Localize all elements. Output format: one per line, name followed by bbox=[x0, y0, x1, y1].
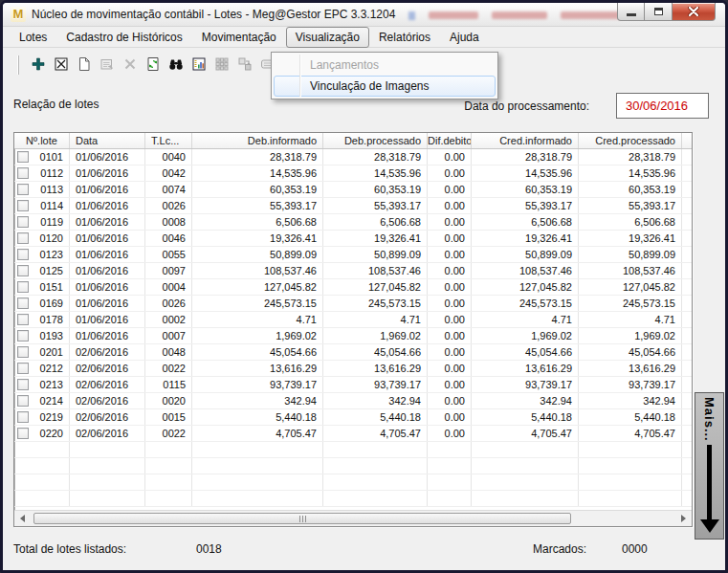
table-row[interactable]: 021302/06/2016011593,739.1793,739.170.00… bbox=[14, 377, 692, 393]
table-cell: 0002 bbox=[145, 312, 192, 327]
table-row[interactable]: 019301/06/201600071,969.021,969.020.001,… bbox=[14, 328, 692, 344]
table-cell: 60,353.19 bbox=[323, 182, 428, 197]
table-row[interactable]: 015101/06/20160004127,045.82127,045.820.… bbox=[14, 279, 692, 296]
total-label: Total de lotes listados: bbox=[13, 542, 126, 556]
restore-button[interactable] bbox=[645, 3, 673, 21]
table-row[interactable]: 021402/06/20160020342.94342.940.00342.94… bbox=[14, 393, 692, 409]
row-checkbox[interactable] bbox=[17, 249, 29, 260]
table-cell: 28,318.79 bbox=[472, 149, 579, 165]
refresh-icon[interactable] bbox=[144, 55, 161, 72]
table-cell: 14,535.96 bbox=[579, 165, 682, 181]
row-checkbox[interactable] bbox=[17, 363, 29, 374]
column-header[interactable]: Dif.debito bbox=[428, 133, 472, 148]
row-checkbox[interactable] bbox=[17, 151, 29, 163]
table-row[interactable]: 012501/06/20160097108,537.46108,537.460.… bbox=[14, 263, 692, 279]
new-document-icon[interactable] bbox=[76, 55, 92, 72]
row-checkbox[interactable] bbox=[17, 379, 29, 390]
minimize-button[interactable] bbox=[617, 3, 645, 21]
table-cell bbox=[323, 474, 428, 490]
table-row[interactable]: 011201/06/2016004214,535.9614,535.960.00… bbox=[14, 165, 692, 182]
table-cell: 0.00 bbox=[428, 344, 472, 360]
row-checkbox[interactable] bbox=[17, 346, 29, 358]
close-batch-icon[interactable] bbox=[53, 55, 69, 72]
table-row[interactable]: 011401/06/2016002655,393.1755,393.170.00… bbox=[14, 198, 692, 214]
column-header[interactable]: Deb.informado bbox=[192, 133, 323, 148]
table-cell: 01/06/2016 bbox=[70, 328, 145, 343]
table-cell-filler bbox=[682, 377, 692, 392]
scroll-left-icon[interactable] bbox=[14, 511, 31, 526]
table-row[interactable]: 016901/06/20160026245,573.15245,573.150.… bbox=[14, 296, 692, 312]
row-checkbox[interactable] bbox=[17, 314, 29, 325]
column-header[interactable]: Data bbox=[70, 133, 145, 148]
row-checkbox[interactable] bbox=[17, 200, 29, 211]
table-cell bbox=[472, 491, 579, 506]
table-row[interactable]: 011301/06/2016007460,353.1960,353.190.00… bbox=[14, 182, 692, 198]
row-checkbox[interactable] bbox=[17, 411, 29, 423]
scroll-right-icon[interactable] bbox=[675, 511, 692, 526]
table-cell bbox=[14, 491, 70, 506]
menubar-item-relatorios[interactable]: Relatórios bbox=[369, 27, 440, 48]
table-cell: 0.00 bbox=[428, 361, 472, 376]
row-checkbox[interactable] bbox=[17, 330, 29, 342]
table-row[interactable]: 012001/06/2016004619,326.4119,326.410.00… bbox=[14, 231, 692, 247]
close-button[interactable] bbox=[673, 3, 716, 21]
column-header[interactable]: Cred.informado bbox=[472, 133, 579, 148]
table-cell: 342.94 bbox=[472, 393, 579, 408]
table-cell: 0048 bbox=[145, 344, 192, 360]
table-cell: 01/06/2016 bbox=[70, 149, 145, 165]
table-cell: 93,739.17 bbox=[192, 377, 323, 392]
row-checkbox[interactable] bbox=[17, 298, 29, 309]
menubar-item-cadastro-de-historicos[interactable]: Cadastro de Históricos bbox=[56, 27, 191, 48]
table-cell: 13,616.29 bbox=[323, 361, 428, 376]
table-cell: 0.00 bbox=[428, 247, 472, 262]
row-checkbox[interactable] bbox=[17, 281, 29, 293]
row-checkbox[interactable] bbox=[17, 428, 29, 439]
row-checkbox[interactable] bbox=[17, 167, 29, 179]
table-row[interactable]: 021902/06/201600155,440.185,440.180.005,… bbox=[14, 409, 692, 426]
table-cell: 1,969.02 bbox=[192, 328, 323, 343]
table-cell: 108,537.46 bbox=[323, 263, 428, 278]
row-checkbox[interactable] bbox=[17, 216, 29, 228]
table-row[interactable]: 010101/06/2016004028,318.7928,318.790.00… bbox=[14, 149, 692, 165]
column-header[interactable]: Cred.processado bbox=[579, 133, 682, 148]
menubar-item-lotes[interactable]: Lotes bbox=[10, 27, 56, 48]
table-cell: 0022 bbox=[145, 361, 192, 376]
column-header[interactable]: T.Lc... bbox=[145, 133, 192, 148]
row-checkbox[interactable] bbox=[17, 232, 29, 244]
table-cell: 14,535.96 bbox=[323, 165, 428, 181]
table-cell: 5,440.18 bbox=[323, 409, 428, 425]
table-cell: 0214 bbox=[14, 393, 70, 408]
table-cell: 6,506.68 bbox=[323, 214, 428, 230]
column-header[interactable]: Nº.lote bbox=[14, 133, 70, 148]
row-checkbox[interactable] bbox=[17, 395, 29, 407]
table-row[interactable]: 012301/06/2016005550,899.0950,899.090.00… bbox=[14, 247, 692, 263]
table-row[interactable]: 017801/06/201600024.714.710.004.714.71 bbox=[14, 312, 692, 328]
mais-button[interactable]: Mais... bbox=[695, 392, 724, 540]
report-icon[interactable] bbox=[190, 55, 207, 72]
transfer-icon bbox=[236, 55, 253, 72]
menu-item-vinculacao-de-imagens[interactable]: Vinculação de Imagens bbox=[274, 76, 496, 97]
horizontal-scrollbar[interactable] bbox=[14, 510, 692, 526]
table-row[interactable]: 020102/06/2016004845,054.6645,054.660.00… bbox=[14, 344, 692, 361]
table-cell: 5,440.18 bbox=[472, 409, 579, 425]
add-icon[interactable] bbox=[30, 55, 46, 72]
table-cell: 50,899.09 bbox=[472, 247, 579, 262]
table-row[interactable]: 022002/06/201600224,705.474,705.470.004,… bbox=[14, 426, 692, 442]
table-cell: 4,705.47 bbox=[472, 426, 579, 441]
table-row[interactable]: 021202/06/2016002213,616.2913,616.290.00… bbox=[14, 361, 692, 377]
menubar-item-ajuda[interactable]: Ajuda bbox=[440, 27, 489, 48]
redacted-watermark bbox=[408, 10, 624, 21]
app-window: M Núcleo de movimentação contábil - Lote… bbox=[0, 0, 728, 573]
table-cell bbox=[472, 458, 579, 474]
column-header[interactable]: Deb.processado bbox=[323, 133, 428, 148]
search-icon[interactable] bbox=[167, 55, 184, 72]
scrollbar-thumb[interactable] bbox=[33, 513, 571, 524]
processing-date-field[interactable]: 30/06/2016 bbox=[616, 93, 709, 119]
menubar-item-movimentacao[interactable]: Movimentação bbox=[192, 27, 286, 48]
row-checkbox[interactable] bbox=[17, 265, 29, 276]
table-row[interactable]: 011901/06/201600086,506.686,506.680.006,… bbox=[14, 214, 692, 231]
table-cell: 0.00 bbox=[428, 296, 472, 311]
row-checkbox[interactable] bbox=[17, 184, 29, 195]
table-cell: 0169 bbox=[14, 296, 70, 311]
menubar-item-visualizacao[interactable]: Visualização bbox=[286, 27, 369, 48]
